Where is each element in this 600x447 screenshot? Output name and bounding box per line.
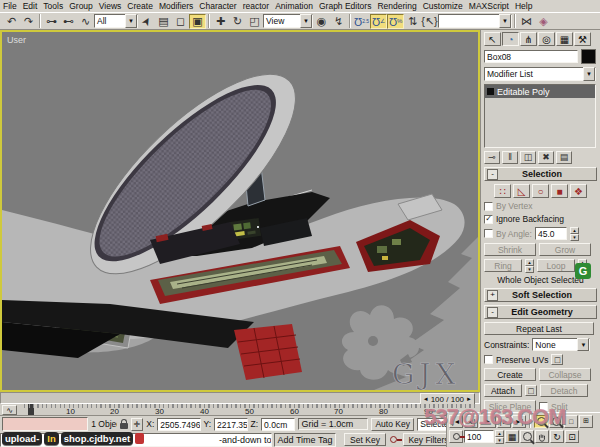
polygon-subobject-icon[interactable]: ■ (551, 184, 568, 198)
edge-subobject-icon[interactable]: ◺ (513, 184, 530, 198)
soft-selection-header[interactable]: + Soft Selection (484, 288, 597, 302)
chevron-down-icon[interactable]: ▼ (499, 14, 511, 28)
y-coordinate-field[interactable]: 2217.3561 (214, 418, 247, 431)
split-checkbox[interactable] (539, 402, 548, 411)
min-max-toggle-icon[interactable]: ⊡ (565, 430, 579, 443)
by-angle-checkbox[interactable] (484, 229, 493, 238)
hierarchy-tab-icon[interactable]: ⋔ (520, 32, 537, 46)
zoom-all-icon[interactable] (549, 415, 563, 428)
bind-to-spacewarp-icon[interactable]: ∿ (77, 14, 94, 29)
menu-views[interactable]: Views (96, 1, 125, 11)
menu-tools[interactable]: Tools (40, 1, 66, 11)
region-zoom-icon[interactable] (520, 430, 534, 443)
grow-button[interactable]: Grow (539, 243, 591, 256)
maxscript-mini-listener[interactable] (2, 417, 88, 431)
element-subobject-icon[interactable]: ❖ (570, 184, 587, 198)
menu-character[interactable]: Character (196, 1, 239, 11)
attach-button[interactable]: Attach (484, 384, 522, 397)
arc-rotate-icon[interactable]: ↻ (550, 430, 564, 443)
collapse-icon[interactable]: - (487, 307, 498, 318)
select-and-manipulate-icon[interactable]: ↯ (330, 14, 347, 29)
time-slider[interactable]: ◄ 100 / 100 ► (0, 392, 480, 404)
preserve-uvs-settings-icon[interactable]: □ (551, 354, 563, 365)
rectangular-selection-region-icon[interactable]: ◻ (172, 14, 189, 29)
select-by-name-icon[interactable]: ▤ (155, 14, 172, 29)
motion-tab-icon[interactable]: ◎ (538, 32, 555, 46)
align-icon[interactable]: ◈ (535, 14, 552, 29)
configure-modifier-sets-icon[interactable]: ▤ (556, 151, 572, 164)
by-vertex-checkbox[interactable] (484, 202, 493, 211)
loop-button[interactable]: Loop (537, 259, 575, 272)
percent-snap-toggle-icon[interactable]: Ω% (387, 14, 404, 29)
frame-forward-icon[interactable]: ► (466, 396, 472, 402)
edit-named-selections-icon[interactable]: {↖} (421, 14, 438, 29)
utilities-tab-icon[interactable]: ⚒ (574, 32, 591, 46)
pin-stack-icon[interactable]: ⊸ (484, 151, 500, 164)
edit-geometry-header[interactable]: - Edit Geometry (484, 305, 597, 319)
object-name-field[interactable]: Box08 (484, 50, 578, 63)
menu-animation[interactable]: Animation (272, 1, 316, 11)
display-tab-icon[interactable]: ▦ (556, 32, 573, 46)
attach-settings-icon[interactable]: □ (525, 385, 537, 396)
go-to-start-icon[interactable]: |◄ (449, 415, 463, 428)
select-and-link-icon[interactable]: ⊶ (43, 14, 60, 29)
ring-button[interactable]: Ring (484, 259, 522, 272)
redo-icon[interactable]: ↷ (20, 14, 37, 29)
expand-icon[interactable]: + (487, 290, 498, 301)
use-pivot-center-icon[interactable]: ◉ (313, 14, 330, 29)
by-angle-spinner[interactable]: ▴▾ (570, 227, 579, 240)
menu-customize[interactable]: Customize (420, 1, 466, 11)
pan-hand-icon[interactable] (535, 430, 549, 443)
select-and-move-icon[interactable]: ✚ (212, 14, 229, 29)
previous-frame-icon[interactable]: ◄| (464, 415, 478, 428)
remove-modifier-icon[interactable]: ✖ (538, 151, 554, 164)
vertex-subobject-icon[interactable]: ∷ (494, 184, 511, 198)
selection-filter-dropdown[interactable]: All ▼ (94, 14, 138, 28)
reference-coordinate-dropdown[interactable]: View ▼ (263, 14, 313, 28)
ignore-backfacing-checkbox[interactable]: ✓ (484, 215, 493, 224)
key-mode-toggle-icon[interactable] (449, 430, 463, 443)
undo-icon[interactable]: ↶ (3, 14, 20, 29)
track-bar[interactable]: ∿ 10 20 30 40 50 60 70 80 90 (0, 404, 480, 416)
detach-button[interactable]: Detach (540, 384, 588, 397)
modify-tab-icon[interactable]: ◔ (502, 32, 519, 46)
menu-modifiers[interactable]: Modifiers (156, 1, 196, 11)
set-key-button[interactable]: Set Key (344, 433, 386, 446)
next-frame-icon[interactable]: |► (497, 415, 511, 428)
mini-curve-editor-icon[interactable]: ∿ (2, 405, 17, 415)
absolute-offset-toggle-icon[interactable]: ✛ (131, 418, 144, 431)
modifier-list-dropdown[interactable]: Modifier List ▼ (484, 67, 596, 81)
create-tab-icon[interactable]: ↖ (484, 32, 501, 46)
shrink-button[interactable]: Shrink (484, 243, 536, 256)
set-keys-icon[interactable] (390, 436, 397, 443)
window-crossing-toggle-icon[interactable]: ▣ (189, 14, 206, 29)
menu-rendering[interactable]: Rendering (374, 1, 419, 11)
snap-toggle-icon[interactable]: Ω2.5 (353, 14, 370, 29)
border-subobject-icon[interactable]: ○ (532, 184, 549, 198)
user-viewport[interactable]: User (0, 30, 480, 392)
auto-key-button[interactable]: Auto Key (371, 418, 414, 431)
loop-spinner[interactable]: ▴▾ (578, 259, 587, 272)
x-coordinate-field[interactable]: 2505.7496 (157, 418, 200, 431)
unlink-selection-icon[interactable]: ⊷ (60, 14, 77, 29)
menu-help[interactable]: Help (512, 1, 535, 11)
select-and-scale-icon[interactable]: ◰ (246, 14, 263, 29)
menu-graph-editors[interactable]: Graph Editors (316, 1, 374, 11)
constraints-dropdown[interactable]: None ▼ (532, 338, 590, 351)
repeat-last-button[interactable]: Repeat Last (484, 322, 594, 335)
object-color-swatch[interactable] (581, 49, 596, 64)
menu-maxscript[interactable]: MAXScript (466, 1, 512, 11)
mirror-icon[interactable]: ⋈ (518, 14, 535, 29)
by-angle-field[interactable]: 45.0 (535, 227, 567, 240)
add-time-tag[interactable]: Add Time Tag (274, 433, 336, 447)
chevron-down-icon[interactable]: ▼ (577, 338, 589, 351)
zoom-extents-icon[interactable]: □ (564, 415, 578, 428)
collapse-icon[interactable]: - (487, 169, 498, 180)
chevron-down-icon[interactable]: ▼ (125, 14, 137, 28)
menu-file[interactable]: File (0, 1, 20, 11)
chevron-down-icon[interactable]: ▼ (300, 14, 312, 28)
slice-plane-button[interactable]: Slice Plane (484, 400, 536, 412)
frame-spinner[interactable]: ▴▾ (495, 430, 504, 443)
make-unique-icon[interactable]: ◫ (520, 151, 536, 164)
menu-group[interactable]: Group (66, 1, 96, 11)
